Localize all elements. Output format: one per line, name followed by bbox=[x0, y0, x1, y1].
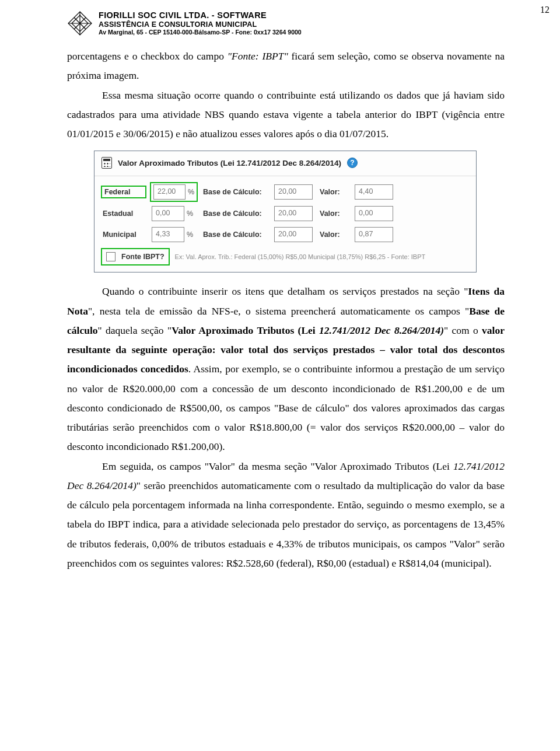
tax-label: Federal bbox=[104, 188, 130, 196]
municipal-valor-input[interactable]: 0,87 bbox=[355, 227, 393, 242]
valor-label: Valor: bbox=[320, 188, 348, 196]
tax-label: Estadual bbox=[103, 209, 145, 218]
help-icon[interactable]: ? bbox=[347, 158, 358, 168]
pct-symbol: % bbox=[188, 188, 194, 196]
fonte-ibpt-checkbox[interactable] bbox=[106, 252, 116, 261]
tax-row-estadual: Estadual 0,00 % Base de Cálculo: 20,00 V… bbox=[103, 203, 468, 224]
valor-label: Valor: bbox=[320, 230, 348, 239]
tax-row-municipal: Municipal 4,33 % Base de Cálculo: 20,00 … bbox=[103, 224, 468, 245]
company-logo-icon bbox=[67, 11, 93, 36]
estadual-valor-input[interactable]: 0,00 bbox=[355, 206, 393, 221]
page-number: 12 bbox=[540, 5, 550, 15]
fonte-ibpt-row: Fonte IBPT? Ex: Val. Aprox. Trib.: Feder… bbox=[103, 245, 468, 266]
base-label: Base de Cálculo: bbox=[203, 209, 267, 218]
tax-row-federal: Federal 22,00 % Base de Cálculo: 20,00 V… bbox=[103, 181, 468, 203]
pct-symbol: % bbox=[187, 209, 193, 218]
paragraph-3: Quando o contribuinte inserir os itens q… bbox=[67, 282, 505, 456]
paragraph-1: porcentagens e o checkbox do campo "Font… bbox=[67, 47, 505, 86]
base-label: Base de Cálculo: bbox=[203, 230, 267, 239]
fonte-ibpt-label: Fonte IBPT? bbox=[121, 253, 164, 261]
paragraph-4: Em seguida, os campos "Valor" da mesma s… bbox=[67, 457, 505, 574]
fonte-example-text: Ex: Val. Aprox. Trib.: Federal (15,00%) … bbox=[175, 253, 426, 260]
valor-label: Valor: bbox=[320, 209, 348, 218]
estadual-base-input[interactable]: 20,00 bbox=[274, 206, 313, 221]
calculator-icon bbox=[102, 157, 112, 169]
pct-symbol: % bbox=[187, 230, 193, 239]
paragraph-2: Essa mesma situação ocorre quando o cont… bbox=[67, 86, 505, 144]
tax-label: Municipal bbox=[103, 230, 145, 239]
company-subtitle: ASSISTÊNCIA E CONSULTORIA MUNICIPAL bbox=[99, 20, 302, 29]
municipal-base-input[interactable]: 20,00 bbox=[274, 227, 313, 242]
letterhead: FIORILLI SOC CIVIL LTDA. - SOFTWARE ASSI… bbox=[67, 11, 505, 36]
federal-base-input[interactable]: 20,00 bbox=[274, 184, 313, 200]
panel-title: Valor Aproximado Tributos (Lei 12.741/20… bbox=[118, 159, 341, 167]
company-name: FIORILLI SOC CIVIL LTDA. - SOFTWARE bbox=[99, 11, 302, 20]
estadual-pct-input[interactable]: 0,00 bbox=[152, 206, 184, 221]
federal-valor-input[interactable]: 4,40 bbox=[355, 184, 393, 200]
tax-values-panel: Valor Aproximado Tributos (Lei 12.741/20… bbox=[94, 151, 477, 273]
company-address: Av Marginal, 65 - CEP 15140-000-Bálsamo-… bbox=[99, 29, 302, 36]
base-label: Base de Cálculo: bbox=[203, 188, 267, 196]
federal-pct-input[interactable]: 22,00 bbox=[153, 184, 186, 200]
municipal-pct-input[interactable]: 4,33 bbox=[152, 227, 184, 242]
